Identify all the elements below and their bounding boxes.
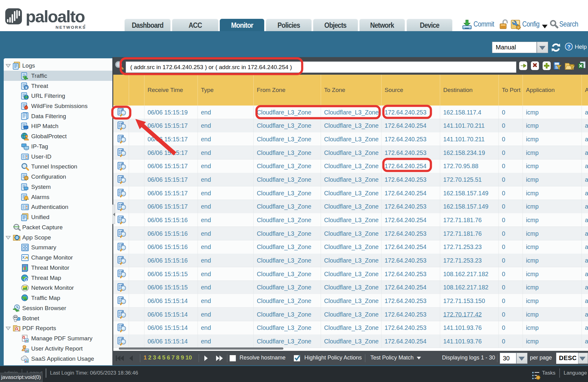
svg-text:x: x	[25, 278, 27, 282]
svg-text:paloalto: paloalto	[26, 8, 85, 26]
svg-text:x: x	[25, 85, 27, 90]
svg-text:?: ?	[567, 44, 570, 50]
svg-text:NETWORKS: NETWORKS	[56, 25, 85, 30]
svg-text:®: ®	[84, 24, 85, 27]
